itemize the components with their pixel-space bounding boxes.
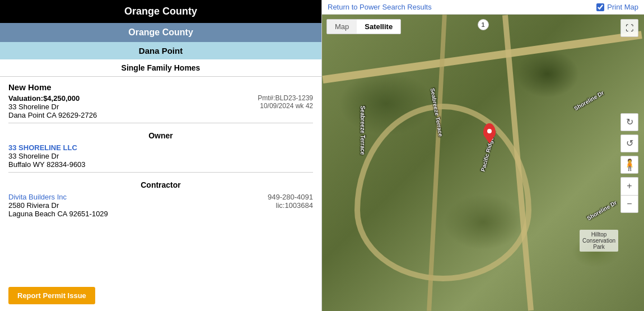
region-header: Orange County [0, 0, 321, 23]
satellite-tab[interactable]: Satellite [357, 20, 400, 34]
number-badge: 1 [478, 19, 489, 30]
undo-button[interactable]: ↺ [620, 134, 638, 152]
contractor-row: Divita Builders Inc 2580 Riviera Dr Lagu… [8, 193, 313, 218]
print-checkbox[interactable] [596, 3, 604, 11]
refresh-icon: ↻ [626, 117, 633, 127]
owner-section-header: Owner [8, 131, 313, 140]
right-panel: Return to Power Search Results Print Map… [322, 0, 644, 311]
pmt-num: Pmt#:BLD23-1239 [258, 94, 313, 102]
county-header: Orange County [0, 23, 321, 42]
contractor-left: Divita Builders Inc 2580 Riviera Dr Lagu… [8, 193, 108, 218]
owner-address-line2: Buffalo WY 82834-9603 [8, 160, 313, 169]
contractor-address-line1: 2580 Riviera Dr [8, 201, 108, 210]
pin-dot [487, 129, 492, 133]
street-label-1: Seabreeze Terrace [360, 106, 366, 155]
location-pin [483, 123, 496, 139]
fullscreen-button[interactable]: ⛶ [620, 19, 638, 37]
person-button[interactable]: 🧍 [620, 156, 638, 174]
contractor-address-line2: Laguna Beach CA 92651-1029 [8, 210, 108, 218]
owner-address-line1: 33 Shoreline Dr [8, 152, 313, 160]
pin-body [483, 123, 496, 139]
address-line2: Dana Point CA 92629-2726 [8, 111, 97, 119]
permit-date: 10/09/2024 wk 42 [258, 102, 313, 110]
map-container: Seabreeze Terrace Seabreeze Terrace Paci… [322, 15, 644, 311]
zoom-out-icon: − [627, 199, 632, 209]
contractor-name[interactable]: Divita Builders Inc [8, 193, 108, 201]
fullscreen-icon: ⛶ [626, 24, 633, 33]
type-header: Single Family Homes [0, 59, 321, 77]
green-area-label: Hilltop Conservation Park [580, 230, 618, 252]
address-line1: 33 Shoreline Dr [8, 103, 97, 111]
permit-info-row: Valuation:$4,250,000 33 Shoreline Dr Dan… [8, 94, 313, 119]
valuation: Valuation:$4,250,000 [8, 94, 97, 103]
map-background[interactable]: Seabreeze Terrace Seabreeze Terrace Paci… [322, 15, 644, 311]
print-map-area: Print Map [596, 3, 638, 11]
print-label[interactable]: Print Map [607, 3, 638, 11]
zoom-in-button[interactable]: + [620, 177, 638, 195]
owner-name[interactable]: 33 SHORELINE LLC [8, 143, 313, 152]
zoom-controls: + − [620, 177, 638, 213]
permit-info-left: Valuation:$4,250,000 33 Shoreline Dr Dan… [8, 94, 97, 119]
map-top-bar: Return to Power Search Results Print Map [322, 0, 644, 15]
map-tab[interactable]: Map [327, 20, 357, 34]
permit-title: New Home [8, 82, 313, 92]
return-link[interactable]: Return to Power Search Results [328, 3, 432, 11]
contractor-phone: 949-280-4091 [268, 193, 313, 201]
map-toggle: Map Satellite [326, 19, 401, 34]
map-controls: ↻ ↺ 🧍 + − [620, 113, 638, 213]
person-icon: 🧍 [623, 158, 637, 171]
contractor-right: 949-280-4091 lic:1003684 [268, 193, 313, 218]
content-area: New Home Valuation:$4,250,000 33 Shoreli… [0, 77, 321, 280]
contractor-lic: lic:1003684 [268, 201, 313, 210]
zoom-out-button[interactable]: − [620, 195, 638, 213]
refresh-button[interactable]: ↻ [620, 113, 638, 131]
undo-icon: ↺ [626, 138, 633, 148]
city-header: Dana Point [0, 42, 321, 59]
report-permit-button[interactable]: Report Permit Issue [8, 287, 95, 304]
zoom-in-icon: + [627, 181, 632, 191]
permit-info-right: Pmt#:BLD23-1239 10/09/2024 wk 42 [258, 94, 313, 119]
contractor-section-header: Contractor [8, 180, 313, 189]
left-panel: Orange County Orange County Dana Point S… [0, 0, 322, 311]
